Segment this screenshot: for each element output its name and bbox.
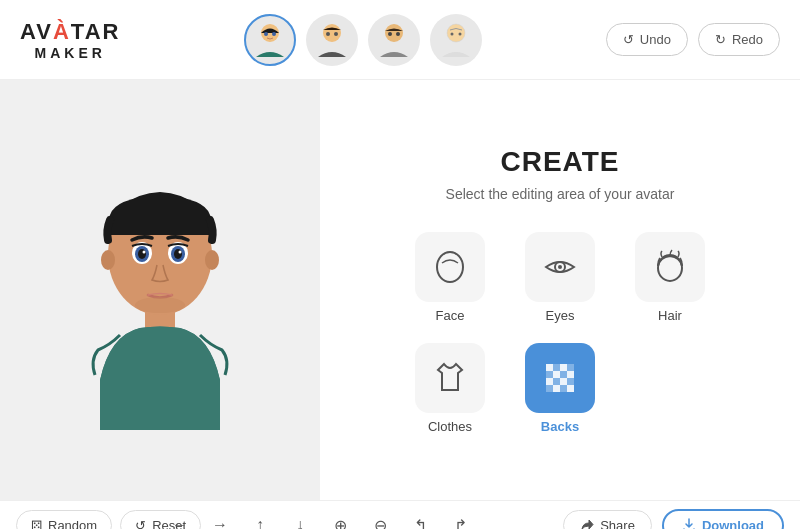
backs-icon-bg: [525, 343, 595, 413]
create-panel: CREATE Select the editing area of your a…: [320, 80, 800, 500]
download-icon: [682, 518, 696, 529]
svg-point-15: [205, 250, 219, 270]
nav-rotate-right-button[interactable]: ↱: [445, 510, 475, 529]
svg-point-23: [179, 251, 182, 254]
create-subtitle: Select the editing area of your avatar: [446, 186, 675, 202]
redo-label: Redo: [732, 32, 763, 47]
svg-point-22: [143, 251, 146, 254]
avatar-panel: [0, 80, 320, 500]
redo-button[interactable]: ↻ Redo: [698, 23, 780, 56]
toolbar-right: Share Download: [563, 509, 784, 530]
svg-point-9: [447, 24, 465, 42]
avatar-figure: [60, 150, 260, 430]
backs-icon: [542, 360, 578, 396]
svg-rect-29: [546, 364, 553, 371]
svg-rect-33: [546, 371, 553, 378]
options-grid: Face Eyes: [410, 232, 710, 434]
eyes-label: Eyes: [546, 308, 575, 323]
nav-up-button[interactable]: ↑: [245, 510, 275, 529]
nav-down-button[interactable]: ↓: [285, 510, 315, 529]
download-button[interactable]: Download: [662, 509, 784, 530]
undo-icon: ↺: [623, 32, 634, 47]
random-button[interactable]: ⚄ Random: [16, 510, 112, 530]
avatar-canvas: [20, 110, 300, 470]
header: AVÀTAR MAKER: [0, 0, 800, 80]
logo-maker: MAKER: [35, 45, 106, 61]
toolbar-wrapper: ⚄ Random ↺ Reset ← → ↑ ↓ ⊕ ⊖ ↰ ↱ Share: [16, 509, 784, 530]
face-icon: [432, 249, 468, 285]
header-actions: ↺ Undo ↻ Redo: [606, 23, 780, 56]
clothes-label: Clothes: [428, 419, 472, 434]
svg-rect-36: [567, 371, 574, 378]
eyes-icon-bg: [525, 232, 595, 302]
hair-label: Hair: [658, 308, 682, 323]
svg-point-11: [459, 32, 462, 35]
svg-point-21: [174, 249, 182, 259]
svg-rect-30: [553, 364, 560, 371]
avatar-preview-2[interactable]: [306, 14, 358, 66]
reset-icon: ↺: [135, 518, 146, 530]
app-logo: AVÀTAR MAKER: [20, 19, 120, 61]
redo-icon: ↻: [715, 32, 726, 47]
svg-rect-32: [567, 364, 574, 371]
option-eyes[interactable]: Eyes: [525, 232, 595, 323]
nav-zoom-in-button[interactable]: ⊕: [325, 510, 355, 529]
eyes-icon: [542, 249, 578, 285]
option-clothes[interactable]: Clothes: [415, 343, 485, 434]
svg-rect-42: [553, 385, 560, 392]
hair-icon-bg: [635, 232, 705, 302]
clothes-icon-bg: [415, 343, 485, 413]
toolbar-nav: ← → ↑ ↓ ⊕ ⊖ ↰ ↱: [165, 510, 475, 529]
option-hair[interactable]: Hair: [635, 232, 705, 323]
svg-point-1: [264, 32, 268, 36]
svg-point-2: [272, 32, 276, 36]
svg-rect-39: [560, 378, 567, 385]
download-label: Download: [702, 518, 764, 530]
avatar-preview-3[interactable]: [368, 14, 420, 66]
main-content: CREATE Select the editing area of your a…: [0, 80, 800, 500]
hair-icon: [652, 249, 688, 285]
svg-point-14: [101, 250, 115, 270]
option-backs[interactable]: Backs: [525, 343, 595, 434]
nav-rotate-left-button[interactable]: ↰: [405, 510, 435, 529]
nav-left-button[interactable]: ←: [165, 510, 195, 529]
svg-rect-41: [546, 385, 553, 392]
svg-point-4: [326, 32, 330, 36]
backs-label: Backs: [541, 419, 579, 434]
face-icon-bg: [415, 232, 485, 302]
svg-point-6: [385, 24, 403, 42]
svg-point-27: [558, 265, 562, 269]
svg-rect-34: [553, 371, 560, 378]
logo-at-icon: À: [53, 19, 71, 44]
svg-point-5: [334, 32, 338, 36]
avatar-preview-4[interactable]: [430, 14, 482, 66]
face-label: Face: [436, 308, 465, 323]
svg-rect-35: [560, 371, 567, 378]
share-icon: [580, 518, 594, 529]
svg-rect-40: [567, 378, 574, 385]
svg-point-25: [437, 252, 463, 282]
svg-point-10: [451, 32, 454, 35]
random-icon: ⚄: [31, 518, 42, 530]
clothes-icon: [432, 360, 468, 396]
share-label: Share: [600, 518, 635, 530]
svg-rect-44: [567, 385, 574, 392]
avatar-preview-strip: [244, 14, 482, 66]
logo-title: AVÀTAR: [20, 19, 120, 45]
svg-point-7: [388, 32, 392, 36]
create-title: CREATE: [500, 146, 619, 178]
svg-point-20: [138, 249, 146, 259]
nav-zoom-out-button[interactable]: ⊖: [365, 510, 395, 529]
svg-rect-38: [553, 378, 560, 385]
avatar-preview-1[interactable]: [244, 14, 296, 66]
nav-right-button[interactable]: →: [205, 510, 235, 529]
option-face[interactable]: Face: [415, 232, 485, 323]
svg-rect-31: [560, 364, 567, 371]
svg-point-8: [396, 32, 400, 36]
random-label: Random: [48, 518, 97, 530]
svg-rect-37: [546, 378, 553, 385]
svg-point-24: [135, 297, 185, 313]
undo-button[interactable]: ↺ Undo: [606, 23, 688, 56]
share-button[interactable]: Share: [563, 510, 652, 530]
svg-point-3: [323, 24, 341, 42]
